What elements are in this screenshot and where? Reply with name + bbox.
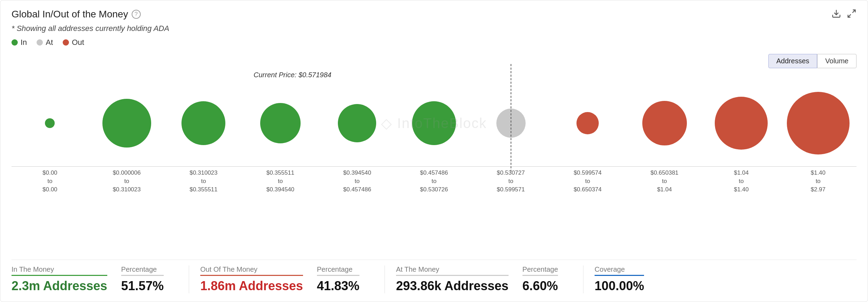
bubble-col-8	[549, 81, 626, 165]
stat-label-at-pct: Percentage	[522, 265, 558, 276]
legend-in: In	[11, 38, 27, 47]
stat-value-in-pct: 51.57%	[121, 279, 164, 293]
bubble-2	[102, 99, 151, 148]
bubble-11	[787, 92, 850, 154]
bubble-1	[45, 118, 55, 128]
expand-icon[interactable]	[847, 9, 857, 20]
label-col-4: $0.355511to$0.394540	[242, 169, 319, 193]
stat-label-in: In The Money	[11, 265, 107, 276]
bubble-9	[642, 101, 687, 145]
stat-group-in: In The Money 2.3m Addresses	[11, 265, 121, 293]
bubble-6	[412, 101, 456, 145]
label-col-5: $0.394540to$0.457486	[319, 169, 396, 193]
stat-group-in-pct: Percentage 51.57%	[121, 265, 178, 293]
stat-value-at: 293.86k Addresses	[396, 279, 509, 293]
bubble-5	[338, 104, 376, 142]
legend-dot-in	[11, 39, 18, 46]
legend-dot-out	[63, 39, 69, 46]
bubble-4	[260, 103, 301, 143]
legend-label-at: At	[46, 38, 53, 47]
stat-value-out: 1.86m Addresses	[200, 279, 303, 293]
widget-container: Global In/Out of the Money ?	[0, 0, 868, 302]
subtitle: * Showing all addresses currently holdin…	[11, 24, 857, 33]
bubble-8	[576, 112, 599, 134]
stat-value-coverage: 100.00%	[595, 279, 644, 293]
bubble-10	[715, 97, 768, 150]
legend-at: At	[37, 38, 53, 47]
label-col-9: $0.650381to$1.04	[626, 169, 703, 193]
legend-label-out: Out	[72, 38, 84, 47]
current-price-line	[511, 64, 511, 172]
stat-label-coverage: Coverage	[595, 265, 644, 276]
stat-label-out: Out Of The Money	[200, 265, 303, 276]
stats-row: In The Money 2.3m Addresses Percentage 5…	[11, 260, 857, 293]
bubble-col-4	[242, 81, 319, 165]
tab-addresses[interactable]: Addresses	[768, 54, 817, 68]
controls-row: Addresses Volume	[11, 54, 857, 68]
bubbles-container: ◇ IntoTheBlock	[11, 81, 857, 165]
bubble-col-9	[626, 81, 703, 165]
current-price-text: Current Price: $0.571984	[254, 71, 331, 79]
header-row: Global In/Out of the Money ?	[11, 9, 857, 20]
baseline	[11, 166, 857, 167]
stat-sep-1	[189, 265, 189, 293]
label-col-1: $0.00to$0.00	[11, 169, 88, 193]
stat-group-at-pct: Percentage 6.60%	[522, 265, 572, 293]
stat-label-out-pct: Percentage	[317, 265, 359, 276]
svg-line-1	[852, 10, 855, 13]
bubble-col-2	[88, 81, 165, 165]
stat-value-out-pct: 41.83%	[317, 279, 359, 293]
stat-value-at-pct: 6.60%	[522, 279, 558, 293]
label-col-8: $0.599574to$0.650374	[549, 169, 626, 193]
legend-dot-at	[37, 39, 43, 46]
label-col-6: $0.457486to$0.530726	[396, 169, 473, 193]
bubble-col-1	[11, 81, 88, 165]
labels-row: $0.00to$0.00 $0.000006to$0.310023 $0.310…	[11, 169, 857, 193]
bubble-col-11	[780, 81, 857, 165]
bubble-col-7	[472, 81, 549, 165]
bubble-col-6	[396, 81, 473, 165]
stat-label-at: At The Money	[396, 265, 509, 276]
stat-group-coverage: Coverage 100.00%	[595, 265, 658, 293]
legend: In At Out	[11, 38, 857, 47]
stat-sep-3	[583, 265, 583, 293]
current-price-label: Current Price: $0.571984	[254, 71, 331, 79]
legend-out: Out	[63, 38, 84, 47]
stat-group-out-pct: Percentage 41.83%	[317, 265, 373, 293]
help-icon[interactable]: ?	[132, 10, 141, 19]
label-col-10: $1.04to$1.40	[703, 169, 780, 193]
stat-value-in: 2.3m Addresses	[11, 279, 107, 293]
stat-label-in-pct: Percentage	[121, 265, 164, 276]
bubble-3	[181, 101, 225, 145]
label-col-7: $0.530727to$0.599571	[472, 169, 549, 193]
title-area: Global In/Out of the Money ?	[11, 9, 141, 20]
chart-area: Current Price: $0.571984 ◇ IntoTheBlock	[11, 71, 857, 251]
bubble-col-3	[165, 81, 242, 165]
stat-group-at: At The Money 293.86k Addresses	[396, 265, 522, 293]
svg-line-2	[848, 14, 851, 17]
label-col-3: $0.310023to$0.355511	[165, 169, 242, 193]
stat-sep-2	[385, 265, 385, 293]
label-col-2: $0.000006to$0.310023	[88, 169, 165, 193]
bubble-col-5	[319, 81, 396, 165]
tab-volume[interactable]: Volume	[817, 54, 857, 68]
header-actions	[831, 9, 857, 20]
stat-group-out: Out Of The Money 1.86m Addresses	[200, 265, 317, 293]
download-icon[interactable]	[831, 9, 841, 20]
bubble-col-10	[703, 81, 780, 165]
legend-label-in: In	[21, 38, 27, 47]
label-col-11: $1.40to$2.97	[780, 169, 857, 193]
widget-title: Global In/Out of the Money	[11, 9, 128, 20]
